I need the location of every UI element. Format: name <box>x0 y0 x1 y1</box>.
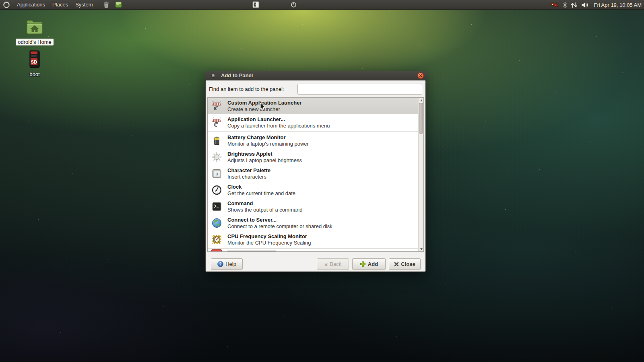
globe-icon <box>211 217 223 229</box>
panel-indicators: Fri Apr 19, 10:05 AM <box>549 0 642 10</box>
find-item-label: Find an item to add to the panel: <box>209 84 284 95</box>
bluetooth-icon[interactable] <box>563 2 567 8</box>
item-title: Application Launcher... <box>227 116 330 123</box>
back-button[interactable]: « Back <box>317 258 349 270</box>
list-item-clock[interactable]: Clock Get the current time and date <box>208 182 418 198</box>
help-icon: ? <box>217 261 223 267</box>
list-item-connect-to-server[interactable]: Connect to Server... Connect to a remote… <box>208 215 418 231</box>
desktop-icon-boot[interactable]: SD boot <box>10 50 59 78</box>
list-item-cpu-frequency-scaling-monitor[interactable]: CPU Frequency Scaling Monitor Monitor th… <box>208 231 418 248</box>
home-folder-icon <box>25 19 45 38</box>
partial-item-icon <box>211 249 222 252</box>
item-title: Clock <box>227 183 295 190</box>
brightness-icon <box>211 151 223 163</box>
item-title: Brightness Applet <box>227 150 302 157</box>
menu-system[interactable]: System <box>72 0 96 10</box>
item-title: Character Palette <box>227 167 270 174</box>
back-button-label: Back <box>330 261 341 267</box>
list-separator <box>208 131 418 132</box>
menu-applications[interactable]: Applications <box>13 0 49 10</box>
item-desc: Connect to a remote computer or shared d… <box>227 223 332 230</box>
add-button-label: Add <box>368 261 378 267</box>
item-desc: Monitor a laptop's remaining power <box>227 141 309 147</box>
distro-logo-icon[interactable] <box>3 1 10 8</box>
panel-clock[interactable]: Fri Apr 19, 10:05 AM <box>594 2 642 8</box>
character-key-icon: à <box>211 168 223 180</box>
help-button-label: Help <box>225 261 236 267</box>
dialog-titlebar[interactable]: Add to Panel <box>205 71 427 80</box>
item-title: Connect to Server... <box>227 216 332 223</box>
item-desc: Insert characters <box>227 174 270 180</box>
list-item-command[interactable]: Command Shows the output of a command <box>208 198 418 215</box>
desktop-icon-label: boot <box>29 71 39 77</box>
clock-icon <box>211 184 223 196</box>
cpu-icon <box>211 234 223 246</box>
help-button[interactable]: ? Help <box>211 258 243 270</box>
close-x-icon <box>419 74 422 77</box>
scroll-down-arrow[interactable] <box>419 247 424 251</box>
item-desc: Get the current time and date <box>227 190 295 197</box>
battery-icon <box>211 135 223 147</box>
menu-places[interactable]: Places <box>49 0 72 10</box>
list-item-character-palette[interactable]: à Character Palette Insert characters <box>208 165 418 182</box>
applet-list: Custom Application Launcher Create a new… <box>207 97 424 252</box>
close-x-icon <box>394 262 399 267</box>
list-item-partial[interactable] <box>208 249 418 252</box>
desktop: Applications Places System <box>0 0 644 362</box>
close-button-label: Close <box>401 261 415 267</box>
scroll-up-arrow[interactable] <box>419 98 424 103</box>
mouse-cursor <box>260 103 266 111</box>
item-desc: Copy a launcher from the applications me… <box>227 123 330 129</box>
sd-card-icon: SD <box>27 50 42 70</box>
desktop-icon-home[interactable]: odroid's Home <box>10 19 59 45</box>
close-button[interactable]: Close <box>389 258 421 270</box>
sd-card-text: SD <box>31 60 37 64</box>
list-item-application-launcher[interactable]: Application Launcher... Copy a launcher … <box>208 114 418 131</box>
modem-applet-icon[interactable] <box>549 2 559 8</box>
item-desc: Adjusts Laptop panel brightness <box>227 157 302 164</box>
item-title: Battery Charge Monitor <box>227 134 309 141</box>
find-item-input[interactable] <box>297 84 422 95</box>
item-desc: Monitor the CPU Frequency Scaling <box>227 240 311 246</box>
window-close-button[interactable] <box>417 72 424 79</box>
add-button[interactable]: Add <box>352 258 386 270</box>
back-chevron-icon: « <box>324 261 328 267</box>
dialog-window-icon <box>211 74 215 78</box>
terminal-icon <box>211 201 223 213</box>
list-item-battery-charge-monitor[interactable]: Battery Charge Monitor Monitor a laptop'… <box>208 132 418 149</box>
panel-menus: Applications Places System <box>0 0 122 9</box>
top-panel: Applications Places System <box>0 0 644 10</box>
panel-launchers <box>103 1 122 8</box>
desktop-icon-label: odroid's Home <box>16 39 53 45</box>
svg-text:à: à <box>215 171 218 177</box>
partial-item-text <box>227 249 276 252</box>
network-arrows-icon[interactable] <box>571 2 578 8</box>
launcher-icon <box>211 100 223 112</box>
shutdown-icon[interactable] <box>290 1 297 9</box>
list-item-brightness-applet[interactable]: Brightness Applet Adjusts Laptop panel b… <box>208 149 418 165</box>
trash-icon[interactable] <box>103 1 110 8</box>
launcher-icon <box>211 117 223 129</box>
list-item-custom-application-launcher[interactable]: Custom Application Launcher Create a new… <box>208 98 418 114</box>
volume-icon[interactable] <box>581 2 589 8</box>
item-desc: Shows the output of a command <box>227 207 302 213</box>
window-list-button[interactable] <box>252 1 259 9</box>
add-to-panel-dialog: Add to Panel Find an item to add to the … <box>205 71 426 272</box>
item-title: CPU Frequency Scaling Monitor <box>227 233 311 240</box>
item-title: Command <box>227 200 302 207</box>
scrollbar-thumb[interactable] <box>419 103 423 134</box>
dialog-title: Add to Panel <box>221 72 253 78</box>
add-plus-icon <box>360 261 366 267</box>
list-scrollbar[interactable] <box>418 98 423 251</box>
file-manager-icon[interactable] <box>115 1 122 8</box>
